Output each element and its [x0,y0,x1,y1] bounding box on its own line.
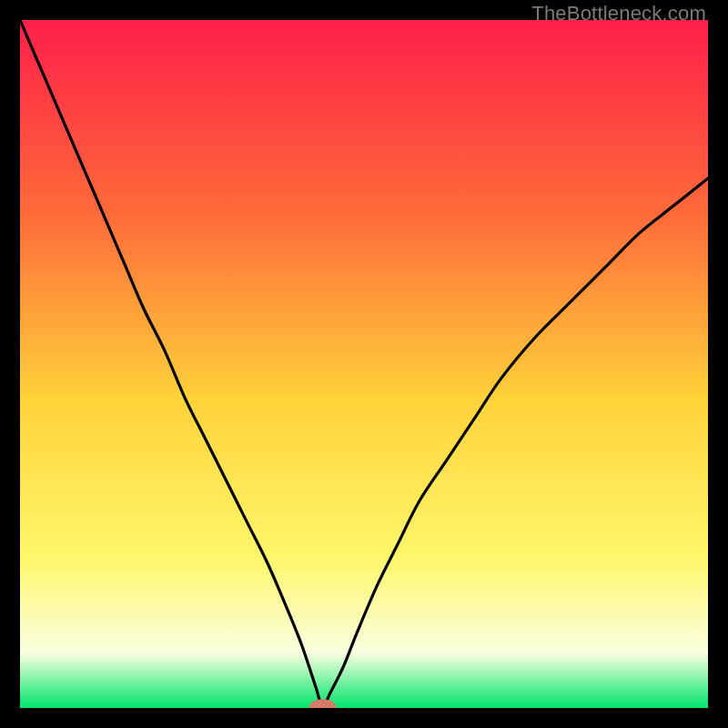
gradient-background [20,20,708,708]
bottleneck-chart [20,20,708,708]
chart-frame [20,20,708,708]
watermark-text: TheBottleneck.com [531,2,706,25]
